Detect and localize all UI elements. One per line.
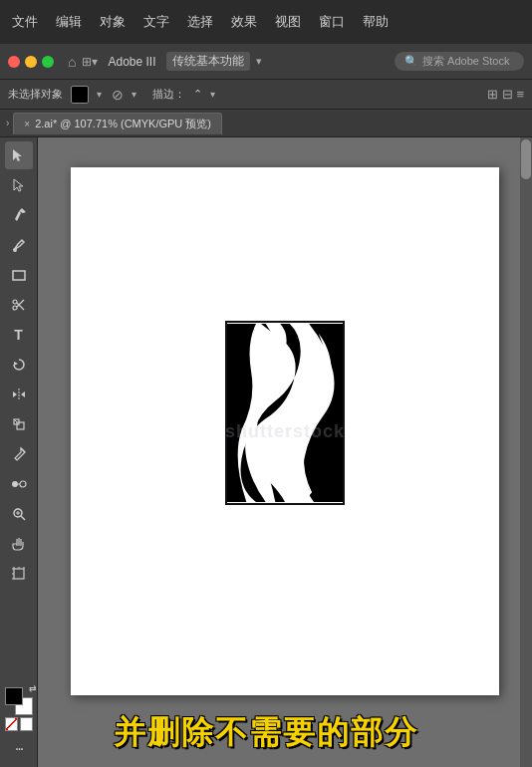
- stroke-options-icon[interactable]: ▾: [210, 89, 215, 100]
- menu-bar: 文件 编辑 对象 文字 选择 效果 视图 窗口 帮助: [0, 0, 532, 44]
- svg-point-12: [12, 481, 18, 487]
- artboard-tool-button[interactable]: [5, 560, 33, 588]
- svg-point-13: [20, 481, 26, 487]
- svg-marker-6: [14, 362, 18, 366]
- minimize-window-button[interactable]: [25, 56, 37, 68]
- scrollbar-thumb[interactable]: [521, 139, 531, 179]
- maximize-window-button[interactable]: [42, 56, 54, 68]
- scissors-tool-button[interactable]: [5, 291, 33, 319]
- brush-tool-button[interactable]: [5, 231, 33, 259]
- svg-point-0: [13, 248, 17, 252]
- collapse-panels-icon[interactable]: ›: [6, 118, 9, 128]
- canvas-area: shutterstock: [38, 137, 532, 767]
- rotate-tool-button[interactable]: [5, 351, 33, 379]
- blend-tool-button[interactable]: [5, 470, 33, 498]
- menu-help[interactable]: 帮助: [363, 13, 389, 31]
- stroke-value[interactable]: ⌃: [193, 88, 202, 101]
- tab-title: 2.ai* @ 107.71% (CMYK/GPU 预览): [35, 117, 211, 131]
- hand-tool-button[interactable]: [5, 530, 33, 558]
- menu-select[interactable]: 选择: [187, 13, 213, 31]
- stroke-dropdown-icon[interactable]: ▾: [132, 89, 136, 100]
- svg-rect-8: [17, 422, 24, 429]
- fill-dropdown-icon[interactable]: ▾: [97, 89, 102, 100]
- eyedropper-tool-button[interactable]: [5, 440, 33, 468]
- object-select-label: 未选择对象: [8, 87, 63, 102]
- menu-effect[interactable]: 效果: [231, 13, 257, 31]
- tab-bar: › × 2.ai* @ 107.71% (CMYK/GPU 预览): [0, 110, 532, 137]
- artwork-container: [225, 321, 345, 505]
- artwork-svg: [227, 323, 343, 503]
- search-placeholder: 搜索 Adobe Stock: [422, 54, 509, 69]
- pen-tool-button[interactable]: [5, 201, 33, 229]
- document-tab[interactable]: × 2.ai* @ 107.71% (CMYK/GPU 预览): [13, 113, 222, 134]
- workspace-mode-dropdown-icon[interactable]: ▾: [256, 55, 262, 68]
- menu-file[interactable]: 文件: [12, 13, 38, 31]
- tab-close-button[interactable]: ×: [24, 119, 30, 129]
- main-toolbar: ⌂ ⊞▾ Adobe III 传统基本功能 ▾ 🔍 搜索 Adobe Stock: [0, 44, 532, 80]
- stroke-label: 描边：: [152, 87, 185, 102]
- direct-select-tool-button[interactable]: [5, 171, 33, 199]
- foreground-color[interactable]: [5, 687, 23, 705]
- svg-rect-18: [14, 569, 24, 579]
- options-toolbar: 未选择对象 ▾ ⊘ ▾ 描边： ⌃ ▾ ⊞ ⊟ ≡: [0, 80, 532, 110]
- swap-colors-icon[interactable]: ⇄: [29, 683, 37, 693]
- traffic-lights: [8, 56, 54, 68]
- select-tool-button[interactable]: [5, 141, 33, 169]
- rectangle-tool-button[interactable]: [5, 261, 33, 289]
- main-area: T ⇄: [0, 137, 532, 767]
- zoom-tool-button[interactable]: [5, 500, 33, 528]
- tools-panel: T ⇄: [0, 137, 38, 767]
- menu-type[interactable]: 文字: [143, 13, 169, 31]
- workspace-label[interactable]: Adobe III: [108, 55, 155, 69]
- search-bar[interactable]: 🔍 搜索 Adobe Stock: [395, 52, 524, 71]
- svg-point-2: [13, 300, 17, 304]
- scale-tool-button[interactable]: [5, 410, 33, 438]
- menu-window[interactable]: 窗口: [319, 13, 345, 31]
- menu-object[interactable]: 对象: [100, 13, 126, 31]
- fill-color-swatch[interactable]: [71, 86, 89, 104]
- close-window-button[interactable]: [8, 56, 20, 68]
- svg-line-15: [21, 516, 25, 520]
- reflect-tool-button[interactable]: [5, 381, 33, 408]
- arrange-icons[interactable]: ⊞ ⊟ ≡: [487, 87, 524, 102]
- artboard: shutterstock: [71, 167, 499, 695]
- layout-switcher-icon[interactable]: ⊞▾: [82, 55, 98, 69]
- menu-view[interactable]: 视图: [275, 13, 301, 31]
- stroke-indicator-icon[interactable]: ⊘: [112, 87, 124, 103]
- bottom-subtitle-area: 并删除不需要的部分: [0, 711, 532, 755]
- menu-edit[interactable]: 编辑: [56, 13, 82, 31]
- type-tool-button[interactable]: T: [5, 321, 33, 349]
- workspace-mode[interactable]: 传统基本功能: [166, 52, 250, 71]
- svg-rect-1: [13, 271, 25, 280]
- search-icon: 🔍: [404, 55, 418, 68]
- vertical-scrollbar[interactable]: [520, 137, 532, 767]
- svg-point-3: [13, 306, 17, 310]
- subtitle-text: 并删除不需要的部分: [114, 711, 418, 755]
- home-icon[interactable]: ⌂: [68, 54, 76, 70]
